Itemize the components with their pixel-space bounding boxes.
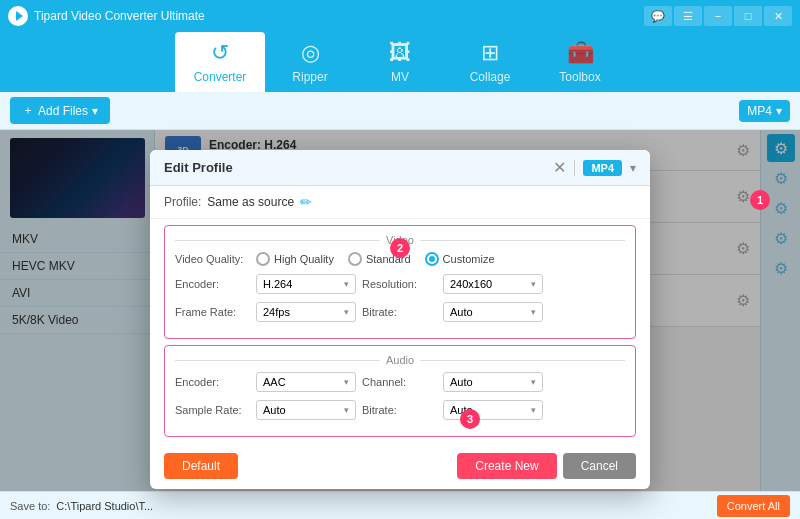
modal-title: Edit Profile (164, 160, 233, 175)
audio-bitrate-select[interactable]: Auto ▾ (443, 400, 543, 420)
encoder-select[interactable]: H.264 ▾ (256, 274, 356, 294)
collage-icon: ⊞ (481, 40, 499, 66)
encoder-resolution-row: Encoder: H.264 ▾ Resolution: 240x160 ▾ (175, 274, 625, 294)
format-select[interactable]: MP4 ▾ (739, 100, 790, 122)
mv-icon: 🖼 (389, 40, 411, 66)
radio-circle-high (256, 252, 270, 266)
radio-customize[interactable]: Customize (425, 252, 495, 266)
nav-ripper-label: Ripper (292, 70, 327, 84)
create-new-button[interactable]: Create New (457, 453, 556, 479)
profile-row: Profile: Same as source ✏ (150, 186, 650, 219)
video-quality-label: Video Quality: (175, 253, 250, 265)
audio-bitrate-label: Bitrate: (362, 404, 437, 416)
audio-encoder-label: Encoder: (175, 376, 250, 388)
close-button[interactable]: ✕ (764, 6, 792, 26)
encoder-label: Encoder: (175, 278, 250, 290)
modal-header: Edit Profile ✕ MP4 ▾ (150, 150, 650, 186)
radio-high-quality[interactable]: High Quality (256, 252, 334, 266)
video-quality-radio-group: High Quality Standard Customize (256, 252, 625, 266)
title-bar-left: Tipard Video Converter Ultimate (8, 6, 205, 26)
encoder-dropdown-icon: ▾ (344, 279, 349, 289)
format-dropdown-icon: ▾ (776, 104, 782, 118)
save-to-label: Save to: (10, 500, 50, 512)
modal-footer: Default Create New Cancel (150, 443, 650, 489)
edit-profile-icon[interactable]: ✏ (300, 194, 312, 210)
radio-circle-standard (348, 252, 362, 266)
audio-section-title: Audio (175, 354, 625, 366)
default-button[interactable]: Default (164, 453, 238, 479)
resolution-value: 240x160 (450, 278, 492, 290)
chat-button[interactable]: 💬 (644, 6, 672, 26)
minimize-button[interactable]: − (704, 6, 732, 26)
framerate-bitrate-row: Frame Rate: 24fps ▾ Bitrate: Auto ▾ (175, 302, 625, 322)
modal-format-badge: MP4 (583, 160, 622, 176)
svg-marker-0 (16, 11, 23, 21)
video-bitrate-select[interactable]: Auto ▾ (443, 302, 543, 322)
title-bar: Tipard Video Converter Ultimate 💬 ☰ − □ … (0, 0, 800, 32)
save-to-path: C:\Tipard Studio\T... (56, 500, 153, 512)
video-bitrate-value: Auto (450, 306, 473, 318)
channel-label: Channel: (362, 376, 437, 388)
framerate-select[interactable]: 24fps ▾ (256, 302, 356, 322)
plus-icon: ＋ (22, 102, 34, 119)
nav-collage[interactable]: ⊞ Collage (445, 32, 535, 92)
nav-toolbox[interactable]: 🧰 Toolbox (535, 32, 625, 92)
step-badge-2: 2 (390, 238, 410, 258)
add-files-button[interactable]: ＋ Add Files ▾ (10, 97, 110, 124)
video-bitrate-dropdown-icon: ▾ (531, 307, 536, 317)
add-files-label: Add Files (38, 104, 88, 118)
format-label: MP4 (747, 104, 772, 118)
nav-ripper[interactable]: ◎ Ripper (265, 32, 355, 92)
samplerate-label: Sample Rate: (175, 404, 250, 416)
audio-encoder-value: AAC (263, 376, 286, 388)
video-bitrate-label: Bitrate: (362, 306, 437, 318)
radio-dot-customize (429, 256, 435, 262)
modal-overlay: Edit Profile ✕ MP4 ▾ Profile: Same as so… (0, 130, 800, 491)
toolbar: ＋ Add Files ▾ MP4 ▾ (0, 92, 800, 130)
step-badge-3: 3 (460, 409, 480, 429)
audio-bitrate-dropdown-icon: ▾ (531, 405, 536, 415)
framerate-label: Frame Rate: (175, 306, 250, 318)
resolution-label: Resolution: (362, 278, 437, 290)
radio-circle-customize (425, 252, 439, 266)
menu-button[interactable]: ☰ (674, 6, 702, 26)
radio-label-customize: Customize (443, 253, 495, 265)
bottom-bar: Save to: C:\Tipard Studio\T... Convert A… (0, 491, 800, 519)
dropdown-arrow-icon: ▾ (92, 104, 98, 118)
channel-value: Auto (450, 376, 473, 388)
nav-toolbox-label: Toolbox (559, 70, 600, 84)
resolution-dropdown-icon: ▾ (531, 279, 536, 289)
modal-format-dropdown-icon[interactable]: ▾ (630, 161, 636, 175)
app-logo (8, 6, 28, 26)
channel-select[interactable]: Auto ▾ (443, 372, 543, 392)
samplerate-value: Auto (263, 404, 286, 416)
profile-value: Same as source (207, 195, 294, 209)
audio-section: Audio Encoder: AAC ▾ Channel: Auto ▾ (164, 345, 636, 437)
samplerate-bitrate-row: Sample Rate: Auto ▾ Bitrate: Auto ▾ (175, 400, 625, 420)
audio-encoder-channel-row: Encoder: AAC ▾ Channel: Auto ▾ (175, 372, 625, 392)
bitrate-col: Bitrate: Auto ▾ (362, 302, 625, 322)
resolution-select[interactable]: 240x160 ▾ (443, 274, 543, 294)
resolution-col: Resolution: 240x160 ▾ (362, 274, 625, 294)
cancel-button[interactable]: Cancel (563, 453, 636, 479)
app-title: Tipard Video Converter Ultimate (34, 9, 205, 23)
radio-label-high: High Quality (274, 253, 334, 265)
samplerate-dropdown-icon: ▾ (344, 405, 349, 415)
channel-dropdown-icon: ▾ (531, 377, 536, 387)
nav-bar: ↺ Converter ◎ Ripper 🖼 MV ⊞ Collage 🧰 To… (0, 32, 800, 92)
nav-mv[interactable]: 🖼 MV (355, 32, 445, 92)
maximize-button[interactable]: □ (734, 6, 762, 26)
nav-mv-label: MV (391, 70, 409, 84)
convert-all-button[interactable]: Convert All (717, 495, 790, 517)
btn-group: Create New Cancel (457, 453, 636, 479)
modal-close-button[interactable]: ✕ (553, 158, 566, 177)
audio-encoder-select[interactable]: AAC ▾ (256, 372, 356, 392)
encoder-value: H.264 (263, 278, 292, 290)
framerate-value: 24fps (263, 306, 290, 318)
ripper-icon: ◎ (301, 40, 320, 66)
audio-bitrate-col: Bitrate: Auto ▾ (362, 400, 625, 420)
samplerate-select[interactable]: Auto ▾ (256, 400, 356, 420)
nav-converter[interactable]: ↺ Converter (175, 32, 265, 92)
nav-converter-label: Converter (194, 70, 247, 84)
converter-icon: ↺ (211, 40, 229, 66)
